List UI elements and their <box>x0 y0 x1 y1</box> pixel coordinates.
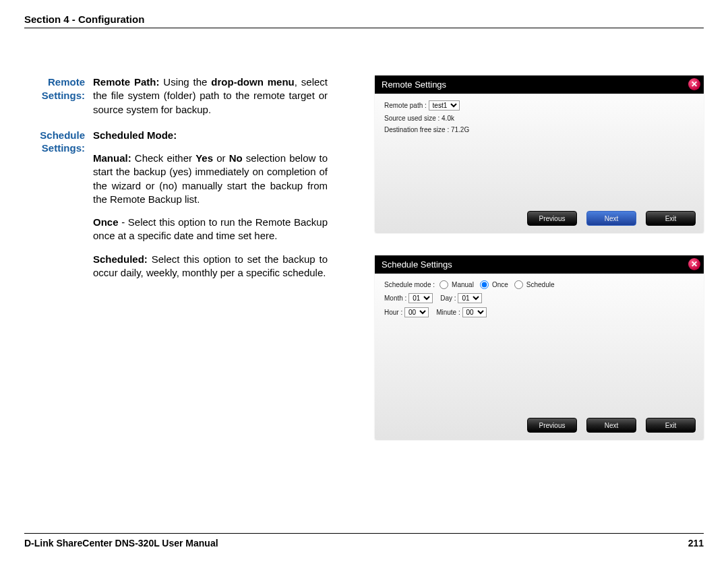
panel-header: Remote Settings ✕ <box>375 75 704 94</box>
definitions-column: Remote Settings: Remote Path: Using the … <box>24 75 328 439</box>
page-footer: D-Link ShareCenter DNS-320L User Manual … <box>24 533 704 549</box>
remote-settings-label: Remote Settings: <box>24 75 93 117</box>
radio-once[interactable] <box>480 280 489 289</box>
radio-manual-label: Manual <box>452 281 474 288</box>
next-button[interactable]: Next <box>586 211 636 226</box>
remote-settings-body: Remote Path: Using the drop-down menu, s… <box>93 75 328 117</box>
month-label: Month : <box>384 294 406 302</box>
remote-path-label: Remote path : <box>384 102 427 109</box>
schedule-settings-panel: Schedule Settings ✕ Schedule mode : Manu… <box>375 255 704 439</box>
schedule-settings-body: Scheduled Mode: Manual: Check either Yes… <box>93 129 328 280</box>
close-icon[interactable]: ✕ <box>688 78 700 90</box>
remote-path-select[interactable]: test1 <box>429 100 460 111</box>
dest-size-text: Destination free size : 71.2G <box>384 126 694 133</box>
radio-schedule[interactable] <box>514 280 523 289</box>
radio-schedule-label: Schedule <box>526 281 555 288</box>
close-icon[interactable]: ✕ <box>688 258 700 270</box>
minute-label: Minute : <box>436 309 460 316</box>
source-size-text: Source used size : 4.0k <box>384 115 694 122</box>
remote-settings-panel: Remote Settings ✕ Remote path : test1 So… <box>375 75 704 232</box>
hour-select[interactable]: 00 <box>404 307 429 317</box>
previous-button[interactable]: Previous <box>527 211 577 226</box>
day-select[interactable]: 01 <box>458 293 482 303</box>
footer-page-number: 211 <box>688 538 704 549</box>
exit-button[interactable]: Exit <box>646 211 696 226</box>
hour-label: Hour : <box>384 309 402 316</box>
panel-title: Remote Settings <box>382 80 446 90</box>
minute-select[interactable]: 00 <box>462 307 487 317</box>
exit-button[interactable]: Exit <box>646 418 696 433</box>
day-label: Day : <box>440 294 456 302</box>
section-header: Section 4 - Configuration <box>24 13 704 28</box>
schedule-settings-label: Schedule Settings: <box>24 129 93 280</box>
month-select[interactable]: 01 <box>408 293 433 303</box>
previous-button[interactable]: Previous <box>527 418 577 433</box>
schedule-mode-row: Schedule mode : Manual Once Schedule <box>384 280 554 289</box>
panel-header: Schedule Settings ✕ <box>375 255 704 274</box>
next-button[interactable]: Next <box>586 418 636 433</box>
panel-title: Schedule Settings <box>382 259 452 270</box>
footer-manual-title: D-Link ShareCenter DNS-320L User Manual <box>24 538 218 549</box>
radio-once-label: Once <box>492 281 508 288</box>
radio-manual[interactable] <box>439 280 448 289</box>
schedule-mode-label: Schedule mode : <box>384 281 435 288</box>
